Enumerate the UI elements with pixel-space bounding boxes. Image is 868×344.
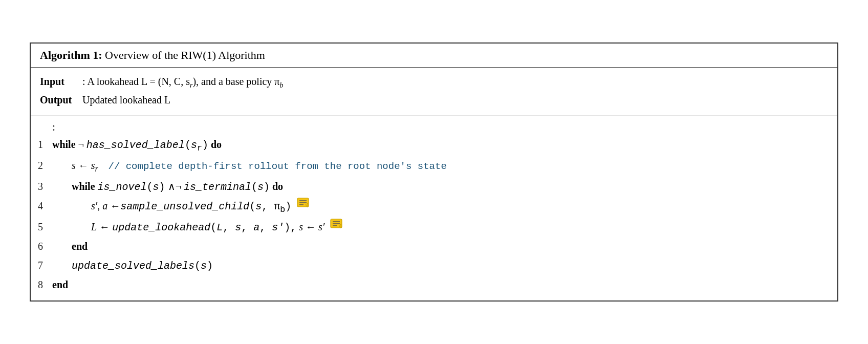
line-content-4: s′, a ←sample_unsolved_child(s, πb)	[52, 198, 837, 217]
line-7: 7 update_solved_labels(s)	[31, 256, 837, 275]
note-icon-5	[330, 218, 343, 234]
output-text: Updated lookahead L	[82, 91, 170, 109]
line-3: 3 while is_novel(s) ∧¬ is_terminal(s) do	[31, 177, 837, 197]
line-content-5: L ← update_lookahead(L, s, a, s′), s ← s…	[52, 219, 837, 236]
line-1: 1 while ¬ has_solved_label(sr) do	[31, 135, 837, 157]
algorithm-io: Input : A lookahead L = (N, C, sr), and …	[31, 68, 837, 117]
line-8: 8 end	[31, 275, 837, 294]
line-2-comment: // complete depth-first rollout from the…	[102, 159, 447, 175]
line-2: 2 s ← sr // complete depth-first rollout…	[31, 156, 837, 177]
line-num-2: 2	[31, 157, 52, 174]
algorithm-title: Algorithm 1: Overview of the RIW(1) Algo…	[31, 44, 837, 68]
line-content-7: update_solved_labels(s)	[52, 257, 837, 274]
input-label: Input	[40, 73, 78, 90]
algorithm-title-text: Overview of the RIW(1) Algorithm	[102, 49, 265, 61]
input-row: Input : A lookahead L = (N, C, sr), and …	[40, 73, 828, 92]
dots-line: :	[31, 120, 837, 135]
line-num-5: 5	[31, 219, 52, 235]
input-text: : A lookahead L = (N, C, sr), and a base…	[82, 73, 283, 92]
line-num-3: 3	[31, 178, 52, 195]
line-6: 6 end	[31, 237, 837, 256]
line-content-1: while ¬ has_solved_label(sr) do	[52, 136, 837, 156]
algorithm-title-bold: Algorithm 1:	[40, 49, 102, 61]
line-num-8: 8	[31, 276, 52, 293]
note-icon-4	[296, 197, 310, 213]
line-num-1: 1	[31, 136, 52, 153]
algorithm-box: Algorithm 1: Overview of the RIW(1) Algo…	[30, 42, 838, 302]
line-content-3: while is_novel(s) ∧¬ is_terminal(s) do	[52, 178, 837, 196]
line-content-2: s ← sr // complete depth-first rollout f…	[52, 157, 837, 176]
algorithm-body: : 1 while ¬ has_solved_label(sr) do 2 s …	[31, 116, 837, 300]
output-row: Output Updated lookahead L	[40, 91, 828, 109]
output-label: Output	[40, 91, 78, 109]
line-4: 4 s′, a ←sample_unsolved_child(s, πb)	[31, 197, 837, 218]
line-num-4: 4	[31, 198, 52, 214]
line-content-8: end	[52, 276, 837, 293]
line-5: 5 L ← update_lookahead(L, s, a, s′), s ←…	[31, 218, 837, 237]
line-num-6: 6	[31, 238, 52, 255]
line-content-6: end	[52, 238, 837, 255]
line-num-7: 7	[31, 257, 52, 274]
